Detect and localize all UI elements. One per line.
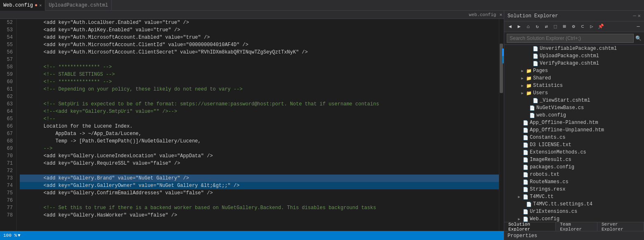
forward-button[interactable]: ▶ (515, 23, 523, 31)
se-pin-icon[interactable]: ─ (633, 13, 636, 19)
expand-icon-users[interactable]: ▶ (520, 91, 525, 96)
code-line-77[interactable]: <!-- Set this to true if there is a back… (20, 204, 499, 212)
editor-close-icon[interactable]: ✕ (499, 12, 502, 17)
code-line-59[interactable]: <!-- STABLE SETTINGS --> (20, 71, 499, 78)
tab-web-config[interactable]: Web.config ● ✕ (0, 0, 45, 11)
tree-item-urlextensions[interactable]: 📄 UrlExtensions.cs (504, 208, 644, 215)
code-line-70[interactable]: <add key="Gallery.LuceneIndexLocation" v… (20, 152, 499, 160)
expand-icon-t4mvc-settings[interactable] (520, 202, 525, 207)
expand-icon-pages[interactable]: ▶ (520, 68, 525, 73)
se-close-icon[interactable]: ✕ (638, 13, 641, 19)
properties-button[interactable]: ⚙ (569, 23, 578, 31)
tree-item-d3license[interactable]: 📄 D3 LICENSE.txt (504, 141, 644, 149)
sync-button[interactable]: ⇄ (542, 23, 550, 31)
home-button[interactable]: ⌂ (524, 23, 532, 31)
tree-item-users[interactable]: ▶ 📁 Users (504, 89, 644, 97)
expand-icon-nugetviewbase[interactable] (523, 105, 528, 110)
expand-icon-statistics[interactable]: ▶ (520, 83, 525, 88)
code-line-61[interactable]: <!-- Depending on your policy, these lik… (20, 86, 499, 93)
code-line-67[interactable]: AppData -> ~/App_Data/Lucene, (20, 130, 499, 137)
expand-icon-imageresult[interactable] (517, 157, 522, 162)
tree-item-upload[interactable]: 📄 UploadPackage.cshtml (504, 52, 644, 60)
code-line-72[interactable] (20, 167, 499, 175)
code-line-64[interactable]: <!--<add key="Gallery.SmtpUri" value="" … (20, 108, 499, 115)
expand-icon-robots[interactable] (517, 172, 522, 177)
code-line-78[interactable]: <add key="Gallery.HasWorker" value="fals… (20, 212, 499, 219)
expand-icon-upload[interactable] (526, 54, 531, 58)
expand-icon-t4mvc[interactable]: ▶ (517, 194, 522, 199)
refresh-button[interactable]: ↻ (533, 23, 541, 31)
new-solution-button[interactable]: ⬚ (551, 23, 559, 31)
tree-item-t4mvc[interactable]: ▶ 📄 T4MVC.tt (504, 193, 644, 200)
pin-button[interactable]: 📌 (597, 23, 605, 31)
tree-item-web-config-item[interactable]: 📄 web.config (504, 112, 644, 119)
tree-item-routenames[interactable]: 📄 RouteNames.cs (504, 178, 644, 186)
tree-item-web-config-2[interactable]: ▶ 📄 Web.config (504, 215, 644, 222)
tree-item-app-offline-unplanned[interactable]: 📄 App_Offline-Unplanned.htm (504, 126, 644, 134)
tree-item-pages[interactable]: ▶ 📁 Pages (504, 67, 644, 75)
code-line-60[interactable]: <!-- ************** --> (20, 78, 499, 86)
expand-icon-web-config-item[interactable] (523, 113, 528, 118)
tree-item-unverifiable[interactable]: 📄 UnverifiablePackage.cshtml (504, 45, 644, 52)
tree-item-extensionmethods[interactable]: 📄 ExtensionMethods.cs (504, 149, 644, 156)
tree-item-constants[interactable]: 📄 Constants.cs (504, 134, 644, 141)
code-line-69[interactable]: --> (20, 145, 499, 152)
code-line-74[interactable]: <add key="Gallery.GalleryOwner" value="N… (20, 182, 499, 189)
tree-item-verify[interactable]: 📄 VerifyPackage.cshtml (504, 60, 644, 67)
expand-icon-web-config-2[interactable]: ▶ (517, 217, 522, 221)
tree-item-shared[interactable]: ▶ 📁 Shared (504, 75, 644, 82)
expand-icon-unverifiable[interactable] (526, 46, 531, 51)
code-line-63[interactable]: <!-- SmtpUri is expected to be of the fo… (20, 100, 499, 108)
tab-upload-package[interactable]: UploadPackage.cshtml (45, 0, 112, 10)
se-search-input[interactable] (507, 34, 634, 43)
code-line-56[interactable]: <add key="Auth.MicrosoftAccount.ClientSe… (20, 49, 499, 56)
tree-item-viewstart[interactable]: 📄 _ViewStart.cshtml (504, 97, 644, 104)
expand-icon-viewstart[interactable] (526, 98, 531, 103)
code-line-52[interactable]: <add key="Auth.LocalUser.Enabled" value=… (20, 19, 499, 26)
code-line-65[interactable]: <!-- (20, 115, 499, 123)
code-line-76[interactable] (20, 197, 499, 204)
expand-icon-packages-config[interactable] (517, 165, 522, 170)
code-line-73[interactable]: <add key="Gallery.Brand" value="NuGet Ga… (20, 175, 499, 182)
tree-item-robots[interactable]: 📄 robots.txt (504, 171, 644, 178)
tree-item-statistics[interactable]: ▶ 📁 Statistics (504, 82, 644, 89)
code-line-58[interactable]: <!-- ************** --> (20, 63, 499, 71)
tree-item-app-offline-planned[interactable]: 📄 App_Offline-Planned.htm (504, 119, 644, 126)
code-line-71[interactable]: <add key="Gallery.RequireSSL" value="fal… (20, 160, 499, 167)
code-line-68[interactable]: Temp -> [Path.GetTempPath()]/NuGetGaller… (20, 137, 499, 145)
expand-icon-app-offline-unplanned[interactable] (517, 128, 522, 133)
code-line-75[interactable]: <add key="Gallery.ConfirmEmailAddresses"… (20, 189, 499, 197)
scope-button[interactable]: ▷ (588, 23, 596, 31)
tab-web-config-close[interactable]: ✕ (39, 3, 42, 8)
code-line-55[interactable]: <add key="Auth.MicrosoftAccount.ClientId… (20, 41, 499, 49)
tab-team-explorer[interactable]: Team Explorer (556, 222, 597, 231)
zoom-control[interactable]: 100 % ▼ (3, 233, 21, 238)
code-line-57[interactable] (20, 56, 499, 63)
expand-icon-d3license[interactable] (517, 142, 522, 147)
code-line-53[interactable]: <add key="Auth.ApiKey.Enabled" value="tr… (20, 26, 499, 34)
expand-icon-verify[interactable] (526, 61, 531, 66)
code-line-66[interactable]: Location for the Lucene Index. (20, 123, 499, 130)
filter-button[interactable]: ⊂ (578, 23, 587, 31)
expand-icon-urlextensions[interactable] (517, 209, 522, 214)
tree-item-nugetviewbase[interactable]: 📄 NuGetViewBase.cs (504, 104, 644, 112)
se-tree[interactable]: 📄 UnverifiablePackage.cshtml 📄 UploadPac… (504, 45, 644, 222)
show-all-files-button[interactable]: ⊞ (560, 23, 569, 31)
minimap-scrollbar[interactable] (499, 19, 504, 231)
back-button[interactable]: ◀ (506, 23, 514, 31)
expand-icon-extensionmethods[interactable] (517, 150, 522, 155)
code-line-54[interactable]: <add key="Auth.MicrosoftAccount.Enabled"… (20, 34, 499, 41)
tab-server-explorer[interactable]: Server Explorer (597, 222, 644, 231)
code-line-62[interactable] (20, 93, 499, 100)
minimize-button[interactable]: ─ (634, 23, 642, 31)
tree-item-packages-config[interactable]: 📄 packages.config (504, 163, 644, 171)
expand-icon-shared[interactable]: ▶ (520, 76, 525, 81)
expand-icon-constants[interactable] (517, 135, 522, 140)
tree-item-strings-resx[interactable]: 📄 Strings.resx (504, 186, 644, 193)
expand-icon-app-offline-planned[interactable] (517, 120, 522, 125)
tab-solution-explorer[interactable]: Solution Explorer (504, 222, 556, 231)
tree-item-imageresult[interactable]: 📄 ImageResult.cs (504, 156, 644, 163)
expand-icon-routenames[interactable] (517, 179, 522, 184)
code-editor[interactable]: <add key="Auth.LocalUser.Enabled" value=… (16, 19, 499, 231)
expand-icon-strings-resx[interactable] (517, 187, 522, 192)
